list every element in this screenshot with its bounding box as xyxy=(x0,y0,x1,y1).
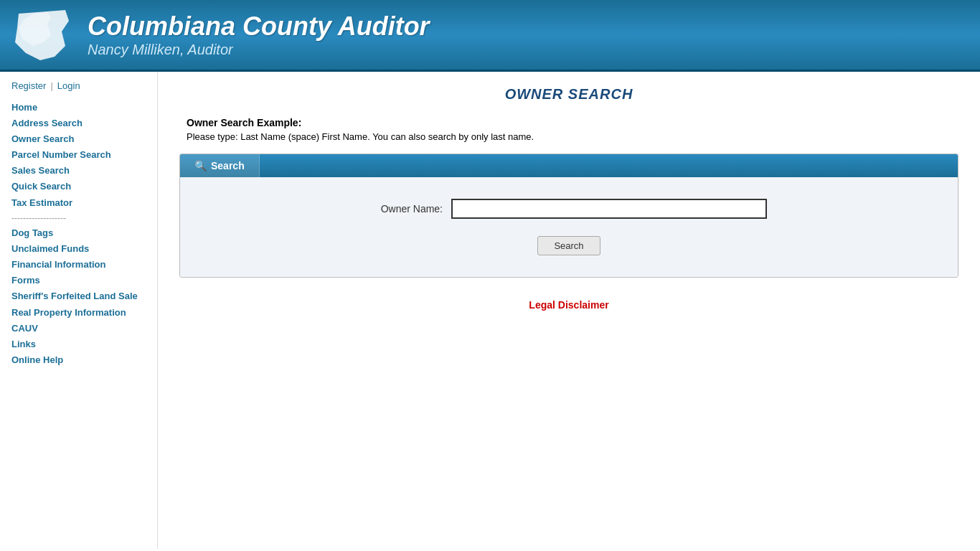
sidebar-item-parcel-search[interactable]: Parcel Number Search xyxy=(11,147,146,163)
site-header: Columbiana County Auditor Nancy Milliken… xyxy=(0,0,980,72)
sidebar-item-unclaimed-funds[interactable]: Unclaimed Funds xyxy=(11,241,146,257)
sidebar-item-owner-search[interactable]: Owner Search xyxy=(11,131,146,147)
auth-links: Register | Login xyxy=(11,80,146,91)
tab-header: 🔍 Search xyxy=(180,154,958,177)
site-subtitle: Nancy Milliken, Auditor xyxy=(88,42,430,58)
search-tab[interactable]: 🔍 Search xyxy=(180,154,260,177)
sidebar-item-home[interactable]: Home xyxy=(11,100,146,116)
site-title: Columbiana County Auditor xyxy=(88,11,430,42)
tab-content: Owner Name: Search xyxy=(180,177,958,277)
search-tab-icon: 🔍 xyxy=(194,160,207,171)
sidebar-nav-primary: Home Address Search Owner Search Parcel … xyxy=(11,100,146,368)
search-example: Owner Search Example: Please type: Last … xyxy=(187,117,958,142)
sidebar-item-financial-info[interactable]: Financial Information xyxy=(11,257,146,273)
sidebar: Register | Login Home Address Search Own… xyxy=(0,72,158,549)
sidebar-item-sales-search[interactable]: Sales Search xyxy=(11,163,146,179)
sidebar-item-address-search[interactable]: Address Search xyxy=(11,116,146,131)
register-link[interactable]: Register xyxy=(11,80,46,91)
owner-name-row: Owner Name: xyxy=(194,199,943,219)
example-heading: Owner Search Example: xyxy=(187,117,301,128)
owner-name-input[interactable] xyxy=(451,199,767,219)
sidebar-item-online-help[interactable]: Online Help xyxy=(11,352,146,368)
main-content: OWNER SEARCH Owner Search Example: Pleas… xyxy=(158,72,980,549)
sidebar-separator: ------------------- xyxy=(11,211,146,225)
sidebar-item-links[interactable]: Links xyxy=(11,336,146,352)
search-button[interactable]: Search xyxy=(537,236,600,255)
search-tab-label: Search xyxy=(211,160,245,171)
owner-name-label: Owner Name: xyxy=(371,203,443,215)
auth-separator: | xyxy=(50,80,52,91)
header-text: Columbiana County Auditor Nancy Milliken… xyxy=(88,11,430,58)
sidebar-item-cauv[interactable]: CAUV xyxy=(11,321,146,336)
page-layout: Register | Login Home Address Search Own… xyxy=(0,72,980,549)
search-tab-panel: 🔍 Search Owner Name: Search xyxy=(179,154,958,278)
login-link[interactable]: Login xyxy=(57,80,80,91)
legal-disclaimer-link[interactable]: Legal Disclaimer xyxy=(179,299,958,311)
page-title: OWNER SEARCH xyxy=(179,86,958,103)
sidebar-item-tax-estimator[interactable]: Tax Estimator xyxy=(11,195,146,211)
county-logo xyxy=(11,6,76,64)
example-text: Please type: Last Name (space) First Nam… xyxy=(187,131,958,142)
sidebar-item-forms[interactable]: Forms xyxy=(11,273,146,288)
sidebar-item-sheriffs-sale[interactable]: Sheriff's Forfeited Land Sale xyxy=(11,288,146,304)
button-row: Search xyxy=(194,236,943,255)
sidebar-item-dog-tags[interactable]: Dog Tags xyxy=(11,225,146,241)
sidebar-item-quick-search[interactable]: Quick Search xyxy=(11,179,146,194)
sidebar-item-real-property[interactable]: Real Property Information xyxy=(11,305,146,321)
